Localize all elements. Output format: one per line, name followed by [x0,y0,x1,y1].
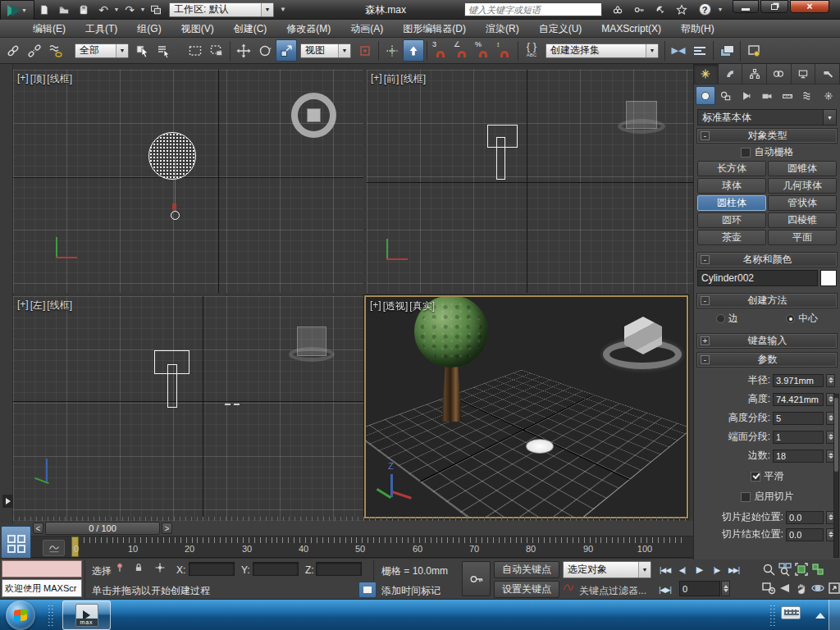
button-cone[interactable]: 圆锥体 [768,161,837,176]
button-sphere[interactable]: 球体 [697,178,766,194]
viewport-view-menu[interactable]: [前] [384,72,399,86]
named-selection-sets-arrow-icon[interactable]: ▼ [646,44,658,57]
button-plane[interactable]: 平面 [768,230,837,245]
add-time-tag[interactable]: 添加时间标记 [381,584,441,598]
x-coordinate-field[interactable] [189,562,235,576]
select-by-name-icon[interactable] [153,39,175,62]
selection-lock-pin-icon[interactable] [114,562,126,576]
menu-maxscript[interactable]: MAXScript(X) [591,20,671,38]
slice-from-field[interactable]: 0.0 [786,511,824,524]
frame-spinner[interactable] [721,581,730,596]
orbit-icon[interactable] [810,581,825,598]
rollout-keyboard-entry[interactable]: + 键盘输入 [697,334,837,348]
new-cylinder-object[interactable] [526,439,554,454]
maximize-viewport-toggle-icon[interactable] [827,581,840,598]
align-icon[interactable] [689,39,710,62]
primitive-dropdown-arrow-icon[interactable]: ▼ [823,110,836,125]
viewport-shading-menu[interactable]: [线框] [400,72,426,86]
render-setup-icon[interactable] [743,39,765,62]
scene-cylinder-wireframe[interactable] [171,211,180,220]
edit-named-selection-sets-icon[interactable]: { }ABC [521,39,542,62]
bind-to-spacewarp-icon[interactable] [45,39,66,62]
button-geosphere[interactable]: 几何球体 [768,178,837,194]
button-box[interactable]: 长方体 [697,161,766,176]
absolute-relative-coordinate-icon[interactable] [154,562,166,576]
help-icon[interactable]: ? [694,2,715,17]
scene-cylinder-wireframe[interactable] [496,137,505,180]
rectangular-selection-region-icon[interactable] [185,39,206,62]
set-keys-button[interactable] [462,561,491,596]
goto-end-button[interactable]: ▶▶| [725,562,742,578]
primitive-category-dropdown[interactable]: 标准基本体 ▼ [697,109,837,126]
tab-modify[interactable] [719,64,743,84]
help-dropdown-arrow-icon[interactable]: ▼ [717,7,724,12]
zoom-extents-icon[interactable] [794,562,809,579]
object-name-field[interactable]: Cylinder002 [697,270,818,286]
slice-on-checkbox[interactable] [741,492,751,502]
redo-dropdown-arrow-icon[interactable]: ▼ [139,7,146,12]
button-tube[interactable]: 管状体 [768,195,837,211]
rollout-creation-method[interactable]: - 创建方法 [697,294,837,308]
viewport-menu-plus[interactable]: [+] [17,299,29,313]
selection-lock-toggle-icon[interactable] [133,562,144,576]
menu-help[interactable]: 帮助(H) [671,20,724,38]
category-systems-icon[interactable] [819,86,838,105]
viewport-shading-menu[interactable]: [线框] [47,299,72,313]
tab-display[interactable] [792,64,816,84]
cap-segments-field[interactable]: 1 [773,431,824,444]
height-field[interactable]: 74.421mm [773,393,824,406]
viewport-left[interactable]: [+] [左] [线框] [13,296,363,521]
category-helpers-icon[interactable] [778,86,797,105]
selection-filter-arrow-icon[interactable]: ▼ [116,44,128,57]
minimize-button[interactable] [733,0,759,13]
field-of-view-icon[interactable] [778,581,792,598]
menu-views[interactable]: 视图(V) [171,20,224,38]
undo-dropdown-arrow-icon[interactable]: ▼ [113,7,120,12]
rollout-object-type[interactable]: - 对象类型 [697,129,837,143]
category-cameras-icon[interactable] [757,86,777,105]
start-button[interactable] [6,600,35,630]
previous-frame-button[interactable]: < [33,523,43,534]
object-color-swatch[interactable] [820,270,837,286]
workspace-flyout-arrow-icon[interactable]: ▼ [277,6,289,13]
viewport-shading-menu[interactable]: [线框] [47,72,72,86]
viewport-shading-menu[interactable]: [真实] [409,299,435,313]
isolate-selection-icon[interactable] [358,582,377,598]
mirror-icon[interactable]: ▶◀ [668,39,689,62]
application-menu-button[interactable]: ▼ [0,0,34,21]
scrollbar-thumb[interactable] [834,398,838,472]
goto-start-button[interactable]: |◀◀ [656,562,673,578]
reference-coordinate-dropdown[interactable]: 视图 ▼ [300,43,351,58]
viewport-perspective[interactable]: [+] [透视] [真实] Z [364,295,688,518]
play-button[interactable]: ▶ [691,562,708,578]
reference-coordinate-arrow-icon[interactable]: ▼ [338,44,350,57]
tab-hierarchy[interactable] [742,64,767,84]
select-and-rotate-icon[interactable] [254,39,276,62]
workspace-dropdown[interactable]: 工作区: 默认 ▼ [169,2,274,17]
communication-center-icon[interactable] [650,2,671,17]
z-coordinate-field[interactable] [316,562,362,576]
select-and-scale-icon[interactable] [276,39,297,62]
percent-snap-toggle-icon[interactable]: % [472,39,494,62]
input-method-keyboard-icon[interactable] [781,606,801,619]
menu-edit[interactable]: 编辑(E) [23,20,75,38]
radius-spinner[interactable] [826,374,835,387]
select-and-link-icon[interactable] [2,39,24,62]
menu-graph-editors[interactable]: 图形编辑器(D) [393,20,476,38]
category-shapes-icon[interactable] [716,86,736,105]
viewport-front[interactable]: [+] [前] [线框] [367,70,693,293]
slice-to-field[interactable]: 0.0 [786,528,824,541]
creation-edge-radio[interactable] [716,314,725,323]
new-scene-icon[interactable] [35,2,53,18]
scene-sphere-wireframe[interactable] [148,132,196,180]
favorites-star-icon[interactable] [671,2,692,17]
undo-icon[interactable]: ↶ [94,2,112,18]
track-bar[interactable]: 0 10 20 30 40 50 60 70 80 90 100 [13,536,693,558]
unlink-selection-icon[interactable] [24,39,45,62]
use-pivot-center-icon[interactable] [354,39,376,62]
viewcube-top-face[interactable] [307,108,321,122]
time-configuration-icon[interactable] [761,581,776,598]
menu-customize[interactable]: 自定义(U) [529,20,592,38]
show-hidden-icons-arrow[interactable] [815,613,825,619]
zoom-extents-all-icon[interactable] [810,562,825,579]
